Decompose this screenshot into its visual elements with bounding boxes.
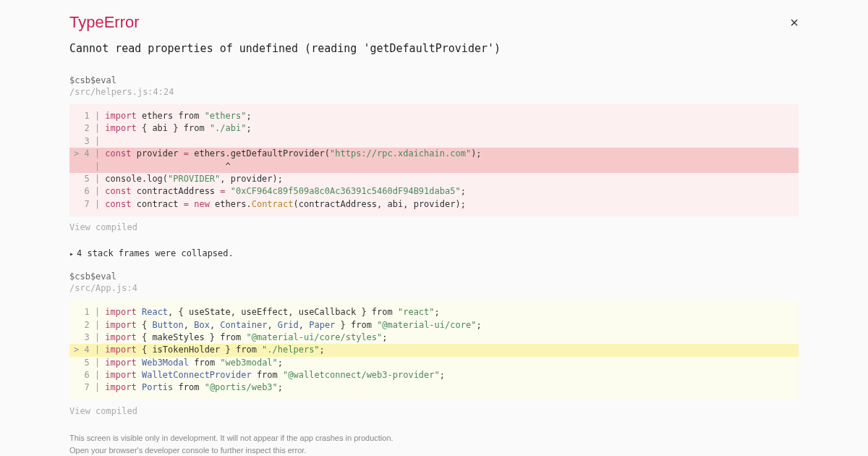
error-message: Cannot read properties of undefined (rea… (69, 42, 799, 55)
code-block: 1 | import ethers from "ethers"; 2 | imp… (69, 104, 799, 216)
stack-frame-function: $csb$eval (69, 271, 799, 282)
close-button[interactable]: × (790, 15, 799, 30)
stack-frame-function: $csb$eval (69, 75, 799, 85)
footer-notice: This screen is visible only in developme… (69, 434, 799, 456)
error-type: TypeError (69, 13, 140, 32)
code-block: 1 | import React, { useState, useEffect,… (69, 300, 799, 400)
view-compiled-link[interactable]: View compiled (69, 406, 799, 416)
collapsed-frames-toggle[interactable]: 4 stack frames were collapsed. (69, 248, 799, 258)
stack-frame-location: /src/App.js:4 (69, 283, 799, 293)
stack-frame-location: /src/helpers.js:4:24 (69, 87, 799, 97)
view-compiled-link[interactable]: View compiled (69, 222, 799, 232)
